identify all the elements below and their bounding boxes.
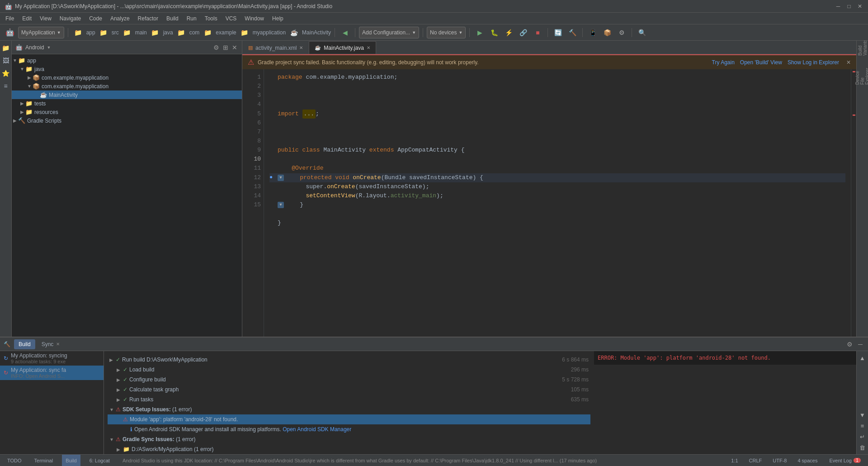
close-tab-xml-button[interactable]: ✕ [299,45,303,50]
minimize-button[interactable]: ─ [835,3,842,10]
build-task-module-error[interactable]: ⚠ Module 'app': platform 'android-28' no… [108,414,590,424]
menu-window[interactable]: Window [241,14,268,23]
menu-file[interactable]: File [2,14,18,23]
filter-button[interactable]: ≡ [858,421,868,431]
device-file-label: Device File Explorer [855,68,868,85]
banner-close-icon[interactable]: ✕ [846,59,851,66]
todo-tab-button[interactable]: TODO [4,455,25,466]
encoding-indicator[interactable]: UTF-8 [770,458,789,463]
run-button[interactable]: ▶ [473,26,486,39]
tab-sync[interactable]: Sync ✕ [37,339,65,349]
arrow-path: ▶ [117,446,123,453]
indent-indicator[interactable]: 4 spaces [795,458,820,463]
menu-tools[interactable]: Tools [201,14,221,23]
close-button[interactable]: ✕ [856,3,863,10]
tree-item-java[interactable]: ▼ 📁 java [12,65,242,73]
ln-11: 11 [245,164,261,173]
menu-navigate[interactable]: Navigate [56,14,85,23]
build-task-path[interactable]: ▶ 📁 D:/ASwork/MyApplication (1 error) [108,444,590,454]
tree-item-gradle[interactable]: ▶ 🔨 Gradle Scripts [12,116,242,125]
device-file-explorer-toggle[interactable]: Device File Explorer [858,71,868,81]
build-task-run-tasks[interactable]: ▶ ✓ Run tasks 635 ms [108,395,590,404]
build-run-2[interactable]: ↻ My Application: sync fa INFO: Open And… [0,366,104,380]
wrap-lines-button[interactable]: ↵ [858,432,868,442]
build-task-configure[interactable]: ▶ ✓ Configure build 5 s 728 ms [108,375,590,385]
menu-run[interactable]: Run [183,14,200,23]
terminal-label: Terminal [34,458,53,463]
project-name-dropdown[interactable]: MyApplication ▼ [18,27,64,38]
tree-item-pkg1[interactable]: ▶ 📦 com.example.myapplication [12,73,242,82]
tree-item-resources[interactable]: ▶ 📁 resources [12,108,242,116]
menu-edit[interactable]: Edit [19,14,35,23]
settings-button[interactable]: ⚙ [615,26,628,39]
menu-build[interactable]: Build [163,14,182,23]
tree-item-app[interactable]: ▼ 📁 app [12,56,242,65]
project-tab-icon[interactable]: 📁 [0,43,11,53]
tree-item-mainactivity[interactable]: ☕ MainActivity [12,90,242,99]
crumb-src: src [112,29,119,36]
build-task-run-build[interactable]: ▶ ✓ Run build D:\ASwork\MyApplication 6 … [108,355,590,365]
menu-vcs[interactable]: VCS [222,14,241,23]
trash-button[interactable]: 🗑 [858,442,868,452]
sync-button[interactable]: 🔄 [552,26,564,39]
menu-bar: File Edit View Navigate Code Analyze Ref… [0,13,868,24]
menu-analyze[interactable]: Analyze [107,14,133,23]
bottom-minimize-icon[interactable]: ─ [856,340,864,349]
avd-button[interactable]: 📱 [586,26,599,39]
terminal-tab-button[interactable]: Terminal [31,455,57,466]
project-view-label: Android [25,44,44,51]
panel-expand-icon[interactable]: ⊞ [222,44,229,51]
tab-mainactivity-java[interactable]: ☕ MainActivity.java ✕ [309,41,376,54]
show-log-link[interactable]: Show Log in Explorer [788,59,839,66]
debug-button[interactable]: 🐛 [488,26,500,39]
ln-15: 15 [245,200,261,209]
position-indicator[interactable]: 1:1 [728,458,741,463]
menu-refactor[interactable]: Refactor [134,14,162,23]
maximize-button[interactable]: □ [845,3,853,10]
add-config-dropdown[interactable]: Add Configuration... ▼ [359,27,419,38]
menu-code[interactable]: Code [85,14,106,23]
attach-button[interactable]: 🔗 [517,26,529,39]
menu-view[interactable]: View [36,14,55,23]
gradle-issues-label: Gradle Sync Issues: (1 error) [123,435,589,443]
build-task-gradle-issues[interactable]: ▼ ⚠ Gradle Sync Issues: (1 error) [108,434,590,444]
build-task-load[interactable]: ▶ ✓ Load build 296 ms [108,365,590,375]
device-dropdown[interactable]: No devices ▼ [427,27,466,38]
build-variants-toggle[interactable]: Build Variants [858,43,868,52]
event-log-button[interactable]: Event Log 1 [826,455,864,466]
search-everywhere-button[interactable]: 🔍 [636,26,648,39]
check-icon-run-tasks: ✓ [123,395,127,404]
menu-help[interactable]: Help [269,14,287,23]
close-sync-tab-button[interactable]: ✕ [56,342,60,347]
panel-gear-icon[interactable]: ⚙ [212,44,220,51]
resource-manager-icon[interactable]: 🖼 [0,55,11,66]
gradle-button[interactable]: 🔨 [566,26,579,39]
build-tab-button[interactable]: Build [62,455,80,466]
build-task-sdk-issues[interactable]: ▼ ⚠ SDK Setup Issues: (1 error) [108,404,590,414]
panel-close-icon[interactable]: ✕ [231,44,238,51]
profile-button[interactable]: ⚡ [502,26,515,39]
stop-button[interactable]: ■ [531,26,544,39]
favorites-icon[interactable]: ⭐ [0,68,11,79]
tab-activity-main-xml[interactable]: ▤ activity_main.xml ✕ [242,41,309,54]
tab-build[interactable]: Build [14,339,35,349]
logcat-tab-button[interactable]: 6: Logcat [86,455,113,466]
structure-icon[interactable]: ≡ [0,81,11,91]
scroll-up-button[interactable]: ▲ [858,353,868,363]
scroll-down-button[interactable]: ▼ [858,410,868,420]
tree-item-tests[interactable]: ▶ 📁 tests [12,99,242,108]
tree-item-pkg2[interactable]: ▼ 📦 com.example.myapplication [12,82,242,90]
build-task-calc[interactable]: ▶ ✓ Calculate task graph 105 ms [108,385,590,395]
sdk-button[interactable]: 📦 [601,26,613,39]
build-task-open-sdk[interactable]: ℹ Open Android SDK Manager and install a… [108,424,590,434]
code-content[interactable]: package com.example.myapplication; impor… [264,69,851,337]
build-run-1[interactable]: ↻ My Application: syncing 9 actionable t… [0,351,104,366]
line-separator-indicator[interactable]: CRLF [746,458,765,463]
fold-icon-13[interactable]: ▼ [278,202,284,208]
back-button[interactable]: ◀ [339,26,351,39]
fold-icon-10[interactable]: ▼ [278,175,284,181]
close-tab-java-button[interactable]: ✕ [367,45,370,50]
bottom-settings-icon[interactable]: ⚙ [845,340,854,349]
try-again-link[interactable]: Try Again [712,59,735,66]
open-build-view-link[interactable]: Open 'Build' View [740,59,782,66]
